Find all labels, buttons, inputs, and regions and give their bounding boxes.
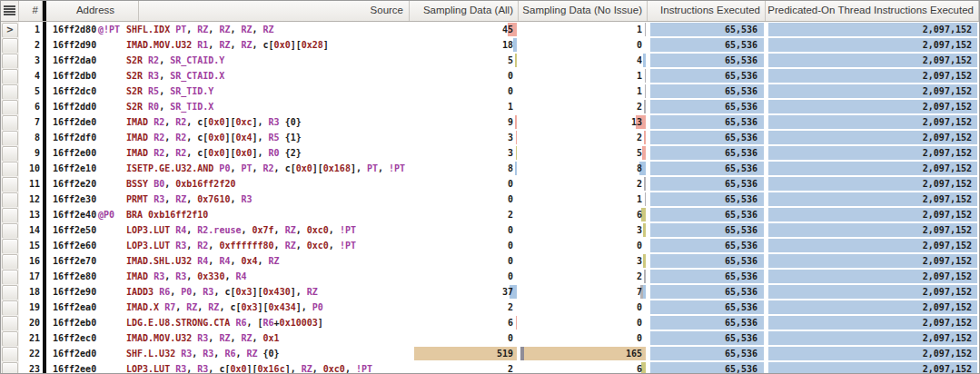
sampling-no-issue-cell[interactable]: 165: [519, 346, 648, 361]
sampling-no-issue-cell[interactable]: 7: [519, 284, 648, 300]
instruction-cell[interactable]: 16ff2e70 IMAD.SHL.U32 R4, R4, 0x4, RZ: [46, 253, 410, 269]
sampling-all-cell[interactable]: 18: [410, 37, 519, 53]
predicated-executed-cell[interactable]: 2,097,152: [766, 253, 979, 269]
sampling-all-cell[interactable]: 2: [410, 207, 519, 222]
predicated-executed-cell[interactable]: 2,097,152: [766, 99, 979, 114]
row-gutter-button[interactable]: [2, 69, 18, 84]
predicated-executed-cell[interactable]: 2,097,152: [766, 330, 979, 346]
predicated-executed-cell[interactable]: 2,097,152: [766, 238, 979, 253]
instructions-executed-cell[interactable]: 65,536: [648, 114, 766, 130]
sampling-no-issue-cell[interactable]: 3: [519, 222, 648, 238]
disasm-row[interactable]: 20 16ff2eb0 LDG.E.U8.STRONG.CTA R6, [R6+…: [1, 315, 979, 330]
row-gutter-button[interactable]: [2, 223, 18, 238]
disasm-row[interactable]: 5 16ff2dc0 S2R R5, SR_TID.Y 0 1 65,536 2…: [1, 84, 979, 99]
row-gutter-button[interactable]: [2, 254, 18, 269]
disasm-row[interactable]: 9 16ff2e00 IMAD R2, R2, c[0x0][0x0], R0 …: [1, 145, 979, 161]
instruction-cell[interactable]: 16ff2db0 S2R R3, SR_CTAID.X: [46, 68, 410, 84]
instruction-cell[interactable]: 16ff2d80 @!PT SHFL.IDX PT, RZ, RZ, RZ, R…: [46, 22, 410, 37]
sampling-all-cell[interactable]: 3: [410, 145, 519, 161]
instruction-cell[interactable]: 16ff2eb0 LDG.E.U8.STRONG.CTA R6, [R6+0x1…: [46, 315, 410, 330]
disasm-row[interactable]: 3 16ff2da0 S2R R2, SR_CTAID.Y 5 4 65,536…: [1, 53, 979, 68]
instruction-cell[interactable]: 16ff2e60 LOP3.LUT R3, R2, 0xffffff80, RZ…: [46, 238, 410, 253]
instructions-executed-cell[interactable]: 65,536: [648, 53, 766, 68]
row-gutter-button[interactable]: [2, 192, 18, 207]
row-gutter-button[interactable]: [2, 54, 18, 68]
instructions-executed-cell[interactable]: 65,536: [648, 269, 766, 284]
sampling-no-issue-cell[interactable]: 6: [519, 207, 648, 222]
sampling-all-cell[interactable]: 5: [410, 53, 519, 68]
sampling-no-issue-cell[interactable]: 1: [519, 68, 648, 84]
instructions-executed-cell[interactable]: 65,536: [648, 145, 766, 161]
sampling-no-issue-cell[interactable]: 1: [519, 192, 648, 207]
disasm-row[interactable]: 23 16ff2ee0 LOP3.LUT R3, R3, c[0x0][0x16…: [1, 361, 979, 374]
predicated-executed-cell[interactable]: 2,097,152: [766, 84, 979, 99]
sampling-all-cell[interactable]: 0: [410, 68, 519, 84]
instruction-cell[interactable]: 16ff2e80 IMAD R3, R3, 0x330, R4: [46, 269, 410, 284]
row-gutter-button[interactable]: [2, 115, 18, 130]
instructions-executed-cell[interactable]: 65,536: [648, 330, 766, 346]
instruction-cell[interactable]: 16ff2ee0 LOP3.LUT R3, R3, c[0x0][0x16c],…: [46, 361, 410, 374]
predicated-executed-cell[interactable]: 2,097,152: [766, 53, 979, 68]
row-gutter-button[interactable]: [2, 331, 18, 346]
predicated-executed-cell[interactable]: 2,097,152: [766, 68, 979, 84]
sampling-no-issue-cell[interactable]: 2: [519, 269, 648, 284]
sampling-all-cell[interactable]: 0: [410, 253, 519, 269]
sampling-all-cell[interactable]: 0: [410, 222, 519, 238]
disasm-row[interactable]: 8 16ff2df0 IMAD R2, R2, c[0x0][0x4], R5 …: [1, 130, 979, 145]
sampling-all-cell[interactable]: 0: [410, 238, 519, 253]
disasm-row[interactable]: 18 16ff2e90 IADD3 R6, P0, R3, c[0x3][0x4…: [1, 284, 979, 300]
instructions-executed-cell[interactable]: 65,536: [648, 284, 766, 300]
row-gutter-button[interactable]: [2, 38, 18, 53]
row-gutter-button[interactable]: [2, 177, 18, 192]
instructions-executed-cell[interactable]: 65,536: [648, 361, 766, 374]
sampling-no-issue-cell[interactable]: 1: [519, 22, 648, 37]
column-header-predicated[interactable]: Predicated-On Thread Instructions Execut…: [766, 1, 979, 21]
predicated-executed-cell[interactable]: 2,097,152: [766, 22, 979, 37]
instructions-executed-cell[interactable]: 65,536: [648, 315, 766, 330]
instruction-cell[interactable]: 16ff2df0 IMAD R2, R2, c[0x0][0x4], R5 {1…: [46, 130, 410, 145]
instructions-executed-cell[interactable]: 65,536: [648, 192, 766, 207]
sampling-all-cell[interactable]: 2: [410, 361, 519, 374]
predicated-executed-cell[interactable]: 2,097,152: [766, 114, 979, 130]
sampling-all-cell[interactable]: 3: [410, 130, 519, 145]
disasm-row[interactable]: 11 16ff2e20 BSSY B0, 0xb16ff2f20 0 2 65,…: [1, 176, 979, 192]
instructions-executed-cell[interactable]: 65,536: [648, 300, 766, 315]
sampling-all-cell[interactable]: 1: [410, 99, 519, 114]
instructions-executed-cell[interactable]: 65,536: [648, 22, 766, 37]
disasm-row[interactable]: 10 16ff2e10 ISETP.GE.U32.AND P0, PT, R2,…: [1, 161, 979, 176]
column-header-source[interactable]: Source: [139, 1, 409, 21]
predicated-executed-cell[interactable]: 2,097,152: [766, 176, 979, 192]
sampling-all-cell[interactable]: 0: [410, 269, 519, 284]
predicated-executed-cell[interactable]: 2,097,152: [766, 269, 979, 284]
instructions-executed-cell[interactable]: 65,536: [648, 176, 766, 192]
sampling-no-issue-cell[interactable]: 2: [519, 99, 648, 114]
predicated-executed-cell[interactable]: 2,097,152: [766, 300, 979, 315]
row-gutter-button[interactable]: [2, 347, 18, 361]
row-gutter-button[interactable]: [2, 162, 18, 176]
instruction-cell[interactable]: 16ff2dd0 S2R R0, SR_TID.X: [46, 99, 410, 114]
column-header-sampling-no-issue[interactable]: Sampling Data (No Issue): [519, 1, 648, 21]
instructions-executed-cell[interactable]: 65,536: [648, 37, 766, 53]
instruction-cell[interactable]: 16ff2dc0 S2R R5, SR_TID.Y: [46, 84, 410, 99]
column-header-address[interactable]: Address: [53, 1, 139, 21]
instructions-executed-cell[interactable]: 65,536: [648, 222, 766, 238]
disasm-row[interactable]: 14 16ff2e50 LOP3.LUT R4, R2.reuse, 0x7f,…: [1, 222, 979, 238]
sampling-all-cell[interactable]: 9: [410, 114, 519, 130]
sampling-all-cell[interactable]: 37: [410, 284, 519, 300]
sampling-no-issue-cell[interactable]: 1: [519, 84, 648, 99]
sampling-all-cell[interactable]: 0: [410, 84, 519, 99]
disasm-row[interactable]: > 1 16ff2d80 @!PT SHFL.IDX PT, RZ, RZ, R…: [1, 22, 979, 37]
instruction-cell[interactable]: 16ff2e00 IMAD R2, R2, c[0x0][0x0], R0 {2…: [46, 145, 410, 161]
disasm-row[interactable]: 16 16ff2e70 IMAD.SHL.U32 R4, R4, 0x4, RZ…: [1, 253, 979, 269]
predicated-executed-cell[interactable]: 2,097,152: [766, 284, 979, 300]
column-header-gutter[interactable]: [1, 1, 19, 21]
instructions-executed-cell[interactable]: 65,536: [648, 238, 766, 253]
row-gutter-button[interactable]: [2, 100, 18, 114]
predicated-executed-cell[interactable]: 2,097,152: [766, 361, 979, 374]
predicated-executed-cell[interactable]: 2,097,152: [766, 207, 979, 222]
instructions-executed-cell[interactable]: 65,536: [648, 130, 766, 145]
sampling-no-issue-cell[interactable]: 8: [519, 161, 648, 176]
sampling-no-issue-cell[interactable]: 2: [519, 130, 648, 145]
row-gutter-button[interactable]: [2, 270, 18, 284]
row-gutter-button[interactable]: >: [2, 23, 18, 37]
